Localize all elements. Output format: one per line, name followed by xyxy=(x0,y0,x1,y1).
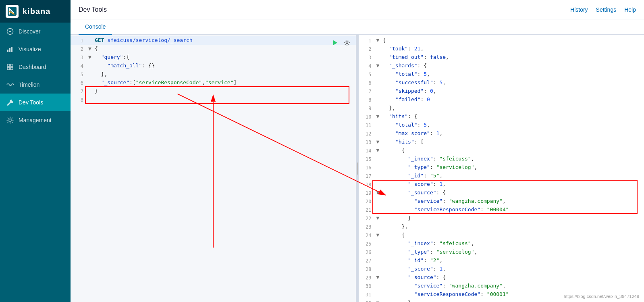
gear-icon xyxy=(6,117,14,124)
svg-rect-3 xyxy=(7,50,8,52)
resp-line-26: 26 "_type": "servicelog", xyxy=(359,248,644,256)
svg-rect-8 xyxy=(7,67,10,70)
svg-rect-4 xyxy=(9,48,10,52)
sidebar-item-management[interactable]: Management xyxy=(0,111,71,129)
sidebar-label-dashboard: Dashboard xyxy=(19,64,46,70)
resp-line-20: 20 "service": "wangzha.company", xyxy=(359,197,644,206)
resp-line-1: 1 ▼ { xyxy=(359,36,644,45)
resp-line-29: 29 ▼ "_source": { xyxy=(359,273,644,282)
resp-line-4: 4 ▼ "_shards": { xyxy=(359,62,644,70)
sidebar-item-dashboard[interactable]: Dashboard xyxy=(0,58,71,76)
main-content: Dev Tools History Settings Help Console xyxy=(71,0,644,302)
resp-line-19: 19 ▼ "_source": { xyxy=(359,189,644,197)
code-line-7: 7 } xyxy=(71,87,356,96)
bar-chart-icon xyxy=(6,46,14,53)
panel-divider[interactable] xyxy=(356,35,359,302)
app-name: kibana xyxy=(23,7,50,16)
resp-line-18: 18 "_score": 1, xyxy=(359,180,644,189)
sidebar-item-discover[interactable]: Discover xyxy=(0,23,71,40)
editor-area: 1 GET sfeicuss/servicelog/_search 2 ▼ { … xyxy=(71,35,644,302)
svg-point-2 xyxy=(9,31,11,32)
resp-line-7: 7 "skipped": 0, xyxy=(359,87,644,96)
resp-line-24: 24 ▼ { xyxy=(359,231,644,240)
sidebar-label-dev-tools: Dev Tools xyxy=(19,99,43,106)
resp-line-21: 21 "serviceResponseCode": "00004" xyxy=(359,206,644,214)
resp-line-23: 23 }, xyxy=(359,223,644,231)
code-line-8: 8 xyxy=(71,96,356,104)
response-code-area: 1 ▼ { 2 "took": 21, 3 "timed_out": false… xyxy=(359,35,644,302)
code-line-2: 2 ▼ { xyxy=(71,45,356,53)
settings-button[interactable] xyxy=(342,38,352,48)
resp-line-3: 3 "timed_out": false, xyxy=(359,53,644,62)
topbar-actions: History Settings Help xyxy=(570,6,636,13)
resp-line-14: 14 ▼ { xyxy=(359,146,644,155)
code-line-5: 5 }, xyxy=(71,70,356,79)
resp-line-16: 16 "_type": "servicelog", xyxy=(359,163,644,172)
sidebar-item-visualize[interactable]: Visualize xyxy=(0,40,71,58)
page-title: Dev Tools xyxy=(79,6,107,13)
sidebar-label-discover: Discover xyxy=(19,28,40,35)
resp-line-12: 12 "max_score": 1, xyxy=(359,129,644,138)
grid-icon xyxy=(6,63,14,71)
query-editor[interactable]: 1 GET sfeicuss/servicelog/_search 2 ▼ { … xyxy=(71,35,356,302)
resp-line-28: 28 "_score": 1, xyxy=(359,265,644,273)
settings-link[interactable]: Settings xyxy=(596,6,617,13)
watermark: https://blog.csdn.net/weixin_39471249 xyxy=(564,294,639,299)
resp-line-5: 5 "total": 5, xyxy=(359,70,644,79)
topbar: Dev Tools History Settings Help xyxy=(71,0,644,19)
svg-point-10 xyxy=(9,119,11,121)
resp-line-30: 30 "service": "wangzha.company", xyxy=(359,282,644,290)
svg-marker-11 xyxy=(333,40,337,45)
resp-line-15: 15 "_index": "sfeicuss", xyxy=(359,155,644,163)
tabs-bar: Console xyxy=(71,19,644,35)
resp-line-32: 32 ▼ } xyxy=(359,299,644,302)
query-code-area[interactable]: 1 GET sfeicuss/servicelog/_search 2 ▼ { … xyxy=(71,35,356,302)
resp-line-13: 13 ▼ "hits": [ xyxy=(359,138,644,146)
sidebar-item-timelion[interactable]: Timelion xyxy=(0,76,71,94)
sidebar-logo: kibana xyxy=(0,0,71,23)
sidebar: kibana Discover Visualize Dashboard Time… xyxy=(0,0,71,302)
svg-rect-6 xyxy=(7,64,10,67)
code-line-3: 3 ▼ "query":{ xyxy=(71,53,356,62)
resp-line-11: 11 "total": 5, xyxy=(359,121,644,129)
code-line-1: 1 GET sfeicuss/servicelog/_search xyxy=(71,36,356,45)
svg-rect-7 xyxy=(10,64,13,67)
resp-line-6: 6 "successful": 5, xyxy=(359,79,644,87)
help-link[interactable]: Help xyxy=(624,6,636,13)
editor-toolbar xyxy=(330,38,352,48)
resp-line-25: 25 "_index": "sfeicuss", xyxy=(359,240,644,248)
resp-line-22: 22 ▼ } xyxy=(359,214,644,223)
svg-point-12 xyxy=(346,42,348,44)
response-panel[interactable]: 1 ▼ { 2 "took": 21, 3 "timed_out": false… xyxy=(359,35,644,302)
code-line-4: 4 "match_all": {} xyxy=(71,62,356,70)
compass-icon xyxy=(6,28,14,35)
code-line-6: 6 "_source":["serviceResponseCode","serv… xyxy=(71,79,356,87)
sidebar-item-dev-tools[interactable]: Dev Tools xyxy=(0,94,71,111)
history-link[interactable]: History xyxy=(570,6,588,13)
wrench-icon xyxy=(6,99,14,106)
sidebar-label-timelion: Timelion xyxy=(19,81,39,88)
resp-line-8: 8 "failed": 0 xyxy=(359,96,644,104)
resp-line-27: 27 "_id": "2", xyxy=(359,256,644,265)
svg-rect-5 xyxy=(11,47,12,52)
sidebar-label-management: Management xyxy=(19,117,52,123)
tab-console[interactable]: Console xyxy=(79,19,112,35)
kibana-logo-icon xyxy=(6,5,19,18)
sidebar-label-visualize: Visualize xyxy=(19,46,41,52)
resp-line-17: 17 "_id": "5", xyxy=(359,172,644,180)
svg-rect-9 xyxy=(10,67,13,70)
resp-line-9: 9 }, xyxy=(359,104,644,112)
resp-line-10: 10 ▼ "hits": { xyxy=(359,112,644,121)
resp-line-2: 2 "took": 21, xyxy=(359,45,644,53)
run-button[interactable] xyxy=(330,38,340,48)
wave-icon xyxy=(6,81,14,88)
